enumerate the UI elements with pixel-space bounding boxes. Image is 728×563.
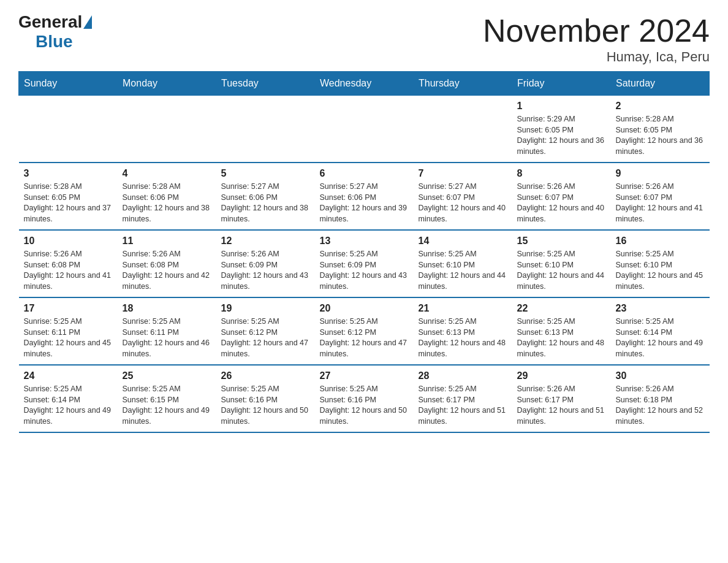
calendar-week-row: 3Sunrise: 5:28 AMSunset: 6:05 PMDaylight… xyxy=(19,163,710,230)
calendar-cell: 20Sunrise: 5:25 AMSunset: 6:12 PMDayligh… xyxy=(315,297,414,365)
calendar-table: SundayMondayTuesdayWednesdayThursdayFrid… xyxy=(18,71,710,433)
day-number: 3 xyxy=(24,168,113,179)
calendar-week-row: 17Sunrise: 5:25 AMSunset: 6:11 PMDayligh… xyxy=(19,297,710,365)
weekday-header-tuesday: Tuesday xyxy=(216,72,315,96)
day-number: 22 xyxy=(517,303,606,314)
calendar-cell: 14Sunrise: 5:25 AMSunset: 6:10 PMDayligh… xyxy=(414,230,512,297)
day-info: Sunrise: 5:25 AMSunset: 6:12 PMDaylight:… xyxy=(320,316,409,359)
calendar-cell: 16Sunrise: 5:25 AMSunset: 6:10 PMDayligh… xyxy=(611,230,710,297)
day-info: Sunrise: 5:26 AMSunset: 6:07 PMDaylight:… xyxy=(616,182,705,224)
day-info: Sunrise: 5:27 AMSunset: 6:06 PMDaylight:… xyxy=(320,182,409,224)
day-number: 13 xyxy=(320,236,409,247)
day-info: Sunrise: 5:25 AMSunset: 6:10 PMDaylight:… xyxy=(517,249,606,292)
day-info: Sunrise: 5:28 AMSunset: 6:05 PMDaylight:… xyxy=(616,114,705,157)
day-info: Sunrise: 5:26 AMSunset: 6:09 PMDaylight:… xyxy=(221,249,310,292)
day-number: 1 xyxy=(517,101,606,112)
day-number: 23 xyxy=(616,303,705,314)
day-info: Sunrise: 5:25 AMSunset: 6:17 PMDaylight:… xyxy=(419,384,507,427)
day-info: Sunrise: 5:28 AMSunset: 6:06 PMDaylight:… xyxy=(123,182,211,224)
calendar-cell: 25Sunrise: 5:25 AMSunset: 6:15 PMDayligh… xyxy=(118,365,216,432)
day-info: Sunrise: 5:25 AMSunset: 6:12 PMDaylight:… xyxy=(221,316,310,359)
day-number: 17 xyxy=(24,303,113,314)
calendar-cell: 9Sunrise: 5:26 AMSunset: 6:07 PMDaylight… xyxy=(611,163,710,230)
day-info: Sunrise: 5:25 AMSunset: 6:11 PMDaylight:… xyxy=(123,316,211,359)
day-number: 29 xyxy=(517,370,606,381)
calendar-cell: 29Sunrise: 5:26 AMSunset: 6:17 PMDayligh… xyxy=(512,365,611,432)
day-number: 30 xyxy=(616,370,705,381)
header: General Blue November 2024 Humay, Ica, P… xyxy=(18,12,710,65)
day-info: Sunrise: 5:26 AMSunset: 6:08 PMDaylight:… xyxy=(24,249,113,292)
calendar-cell: 23Sunrise: 5:25 AMSunset: 6:14 PMDayligh… xyxy=(611,297,710,365)
day-number: 2 xyxy=(616,101,705,112)
day-info: Sunrise: 5:26 AMSunset: 6:17 PMDaylight:… xyxy=(517,384,606,427)
calendar-cell: 21Sunrise: 5:25 AMSunset: 6:13 PMDayligh… xyxy=(414,297,512,365)
day-number: 26 xyxy=(221,370,310,381)
day-info: Sunrise: 5:26 AMSunset: 6:18 PMDaylight:… xyxy=(616,384,705,427)
weekday-header-sunday: Sunday xyxy=(19,72,118,96)
day-number: 12 xyxy=(221,236,310,247)
day-info: Sunrise: 5:29 AMSunset: 6:05 PMDaylight:… xyxy=(517,114,606,157)
day-info: Sunrise: 5:25 AMSunset: 6:13 PMDaylight:… xyxy=(517,316,606,359)
title-area: November 2024 Humay, Ica, Peru xyxy=(483,12,710,65)
day-number: 19 xyxy=(221,303,310,314)
day-info: Sunrise: 5:25 AMSunset: 6:16 PMDaylight:… xyxy=(221,384,310,427)
day-info: Sunrise: 5:25 AMSunset: 6:09 PMDaylight:… xyxy=(320,249,409,292)
calendar-cell: 8Sunrise: 5:26 AMSunset: 6:07 PMDaylight… xyxy=(512,163,611,230)
day-number: 15 xyxy=(517,236,606,247)
day-info: Sunrise: 5:25 AMSunset: 6:15 PMDaylight:… xyxy=(123,384,211,427)
day-info: Sunrise: 5:25 AMSunset: 6:13 PMDaylight:… xyxy=(419,316,507,359)
calendar-cell: 12Sunrise: 5:26 AMSunset: 6:09 PMDayligh… xyxy=(216,230,315,297)
day-info: Sunrise: 5:25 AMSunset: 6:10 PMDaylight:… xyxy=(616,249,705,292)
calendar-cell: 30Sunrise: 5:26 AMSunset: 6:18 PMDayligh… xyxy=(611,365,710,432)
calendar-cell: 24Sunrise: 5:25 AMSunset: 6:14 PMDayligh… xyxy=(19,365,118,432)
calendar-cell: 19Sunrise: 5:25 AMSunset: 6:12 PMDayligh… xyxy=(216,297,315,365)
calendar-cell: 5Sunrise: 5:27 AMSunset: 6:06 PMDaylight… xyxy=(216,163,315,230)
day-info: Sunrise: 5:28 AMSunset: 6:05 PMDaylight:… xyxy=(24,182,113,224)
calendar-title: November 2024 xyxy=(483,12,710,49)
day-number: 28 xyxy=(419,370,507,381)
day-number: 27 xyxy=(320,370,409,381)
day-info: Sunrise: 5:25 AMSunset: 6:10 PMDaylight:… xyxy=(419,249,507,292)
logo-blue: Blue xyxy=(36,32,73,52)
weekday-header-monday: Monday xyxy=(118,72,216,96)
calendar-subtitle: Humay, Ica, Peru xyxy=(483,49,710,65)
calendar-cell xyxy=(216,96,315,163)
calendar-header-row: SundayMondayTuesdayWednesdayThursdayFrid… xyxy=(19,72,710,96)
calendar-cell: 13Sunrise: 5:25 AMSunset: 6:09 PMDayligh… xyxy=(315,230,414,297)
calendar-cell: 17Sunrise: 5:25 AMSunset: 6:11 PMDayligh… xyxy=(19,297,118,365)
logo-triangle-icon xyxy=(83,15,92,29)
calendar-cell xyxy=(315,96,414,163)
weekday-header-wednesday: Wednesday xyxy=(315,72,414,96)
day-info: Sunrise: 5:27 AMSunset: 6:06 PMDaylight:… xyxy=(221,182,310,224)
day-number: 18 xyxy=(123,303,211,314)
day-info: Sunrise: 5:25 AMSunset: 6:14 PMDaylight:… xyxy=(616,316,705,359)
day-number: 10 xyxy=(24,236,113,247)
calendar-cell: 26Sunrise: 5:25 AMSunset: 6:16 PMDayligh… xyxy=(216,365,315,432)
day-number: 8 xyxy=(517,168,606,179)
day-number: 6 xyxy=(320,168,409,179)
day-number: 5 xyxy=(221,168,310,179)
calendar-cell: 2Sunrise: 5:28 AMSunset: 6:05 PMDaylight… xyxy=(611,96,710,163)
weekday-header-friday: Friday xyxy=(512,72,611,96)
day-number: 4 xyxy=(123,168,211,179)
logo-general: General xyxy=(18,12,82,32)
calendar-cell: 1Sunrise: 5:29 AMSunset: 6:05 PMDaylight… xyxy=(512,96,611,163)
calendar-cell: 15Sunrise: 5:25 AMSunset: 6:10 PMDayligh… xyxy=(512,230,611,297)
calendar-cell: 10Sunrise: 5:26 AMSunset: 6:08 PMDayligh… xyxy=(19,230,118,297)
calendar-cell xyxy=(19,96,118,163)
day-number: 16 xyxy=(616,236,705,247)
day-number: 20 xyxy=(320,303,409,314)
day-number: 14 xyxy=(419,236,507,247)
calendar-week-row: 1Sunrise: 5:29 AMSunset: 6:05 PMDaylight… xyxy=(19,96,710,163)
day-number: 24 xyxy=(24,370,113,381)
calendar-cell: 3Sunrise: 5:28 AMSunset: 6:05 PMDaylight… xyxy=(19,163,118,230)
day-number: 9 xyxy=(616,168,705,179)
day-info: Sunrise: 5:27 AMSunset: 6:07 PMDaylight:… xyxy=(419,182,507,224)
calendar-cell: 22Sunrise: 5:25 AMSunset: 6:13 PMDayligh… xyxy=(512,297,611,365)
day-number: 25 xyxy=(123,370,211,381)
day-info: Sunrise: 5:25 AMSunset: 6:16 PMDaylight:… xyxy=(320,384,409,427)
day-info: Sunrise: 5:25 AMSunset: 6:11 PMDaylight:… xyxy=(24,316,113,359)
weekday-header-saturday: Saturday xyxy=(611,72,710,96)
calendar-cell: 18Sunrise: 5:25 AMSunset: 6:11 PMDayligh… xyxy=(118,297,216,365)
calendar-cell: 4Sunrise: 5:28 AMSunset: 6:06 PMDaylight… xyxy=(118,163,216,230)
